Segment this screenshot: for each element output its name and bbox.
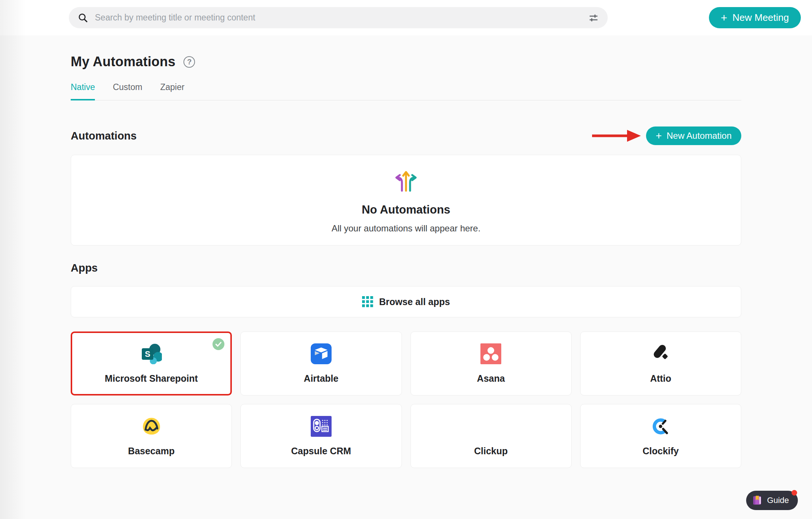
new-meeting-label: New Meeting <box>732 12 789 23</box>
plus-icon: + <box>656 131 662 141</box>
app-card-airtable[interactable]: Airtable <box>240 331 402 395</box>
check-badge-icon <box>212 338 224 350</box>
book-icon <box>751 495 763 506</box>
new-meeting-button[interactable]: + New Meeting <box>709 7 801 28</box>
capsule-icon <box>311 416 332 437</box>
app-card-attio[interactable]: Attio <box>580 331 741 395</box>
branching-arrows-icon <box>392 167 420 195</box>
new-automation-label: New Automation <box>666 131 732 141</box>
guide-label: Guide <box>767 496 789 505</box>
search-bar[interactable] <box>69 7 608 28</box>
app-label: Airtable <box>304 373 338 384</box>
app-label: Asana <box>477 373 505 384</box>
guide-button[interactable]: Guide <box>746 491 798 510</box>
tab-custom[interactable]: Custom <box>113 82 142 100</box>
app-card-asana[interactable]: Asana <box>410 331 572 395</box>
app-label: Microsoft Sharepoint <box>105 373 198 384</box>
automations-heading: Automations <box>71 130 137 142</box>
apps-grid: S Microsoft Sharepoint Airtable Asana At… <box>71 331 741 468</box>
search-input[interactable] <box>69 7 608 28</box>
red-pointer-arrow-icon <box>591 128 642 144</box>
grid-apps-icon <box>362 296 373 307</box>
asana-icon <box>480 343 501 364</box>
svg-text:S: S <box>145 349 150 359</box>
app-label: Capsule CRM <box>291 446 351 456</box>
app-label: Attio <box>650 373 671 384</box>
app-label: Clockify <box>643 446 679 456</box>
empty-state-title: No Automations <box>362 203 450 217</box>
help-circle-icon[interactable]: ? <box>183 56 195 68</box>
plus-icon: + <box>721 12 728 23</box>
sharepoint-icon: S <box>141 343 162 364</box>
new-automation-button[interactable]: + New Automation <box>646 126 741 145</box>
main-content: My Automations ? Native Custom Zapier Au… <box>71 54 741 468</box>
app-card-microsoft-sharepoint[interactable]: S Microsoft Sharepoint <box>71 331 232 395</box>
app-card-capsule-crm[interactable]: Capsule CRM <box>240 404 402 468</box>
empty-state-subtitle: All your automations will appear here. <box>332 223 480 234</box>
app-label: Clickup <box>474 446 508 456</box>
browse-all-apps-button[interactable]: Browse all apps <box>71 286 741 317</box>
left-edge-shadow <box>0 0 26 519</box>
automations-tabs: Native Custom Zapier <box>71 82 741 100</box>
browse-all-apps-label: Browse all apps <box>379 297 450 307</box>
topbar: + New Meeting <box>0 0 812 35</box>
page-title: My Automations <box>71 54 175 70</box>
tab-native[interactable]: Native <box>71 82 95 100</box>
app-card-clickup[interactable]: Clickup <box>410 404 572 468</box>
search-icon <box>78 13 88 23</box>
app-card-basecamp[interactable]: Basecamp <box>71 404 232 468</box>
automations-empty-state: No Automations All your automations will… <box>71 155 741 246</box>
filter-sliders-icon[interactable] <box>588 13 599 23</box>
basecamp-icon <box>141 416 162 437</box>
app-card-clockify[interactable]: Clockify <box>580 404 741 468</box>
clickup-icon <box>480 416 501 437</box>
airtable-icon <box>311 343 332 364</box>
app-label: Basecamp <box>128 446 175 456</box>
clockify-icon <box>650 416 671 437</box>
tab-zapier[interactable]: Zapier <box>160 82 184 100</box>
apps-heading: Apps <box>71 262 741 274</box>
notification-dot <box>792 490 797 496</box>
attio-icon <box>650 343 671 364</box>
